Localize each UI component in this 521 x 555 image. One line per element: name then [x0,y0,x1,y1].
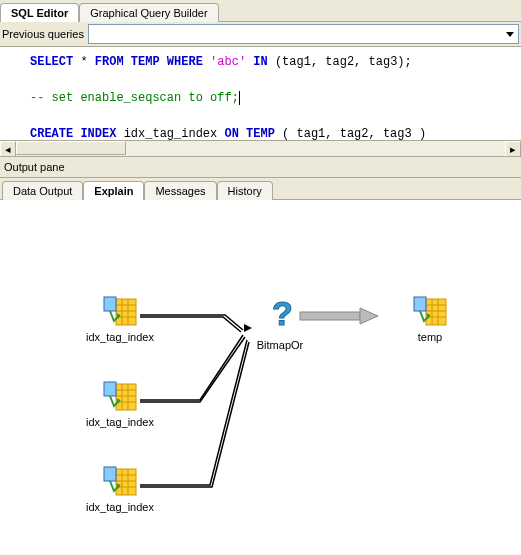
editor-tabs: SQL Editor Graphical Query Builder [0,0,521,22]
editor-hscrollbar[interactable]: ◂ ▸ [0,140,521,156]
table-icon [412,295,448,329]
svg-rect-11 [116,384,136,410]
tab-sql-editor[interactable]: SQL Editor [0,3,79,22]
svg-rect-17 [104,382,116,396]
svg-marker-2 [360,308,378,324]
output-pane-label: Output pane [0,157,521,178]
svg-text:?: ? [272,295,293,332]
explain-diagram: idx_tag_index idx_tag_index idx_tag_inde… [0,200,521,540]
svg-rect-19 [116,469,136,495]
svg-rect-25 [104,467,116,481]
scroll-right-button[interactable]: ▸ [505,141,521,157]
tab-explain[interactable]: Explain [83,181,144,200]
plan-node-idx3[interactable]: idx_tag_index [80,465,160,513]
tab-messages[interactable]: Messages [144,181,216,200]
scroll-thumb[interactable] [16,141,126,155]
plan-node-label: idx_tag_index [80,416,160,428]
index-scan-icon [102,295,138,329]
plan-node-bitmapor[interactable]: ? BitmapOr [240,295,320,351]
tab-graphical-builder[interactable]: Graphical Query Builder [79,3,218,22]
scroll-track[interactable] [16,141,505,156]
svg-rect-28 [426,299,446,325]
plan-node-label: BitmapOr [240,339,320,351]
svg-rect-34 [414,297,426,311]
plan-node-temp[interactable]: temp [390,295,470,343]
svg-rect-9 [104,297,116,311]
previous-queries-dropdown[interactable] [88,24,519,44]
bitmapor-icon: ? [262,295,298,337]
plan-node-label: temp [390,331,470,343]
plan-node-label: idx_tag_index [80,501,160,513]
plan-connectors [0,200,521,540]
tab-data-output[interactable]: Data Output [2,181,83,200]
plan-node-idx1[interactable]: idx_tag_index [80,295,160,343]
scroll-left-button[interactable]: ◂ [0,141,16,157]
svg-rect-3 [116,299,136,325]
plan-node-idx2[interactable]: idx_tag_index [80,380,160,428]
index-scan-icon [102,465,138,499]
sql-text[interactable]: SELECT * FROM TEMP WHERE 'abc' IN (tag1,… [0,47,521,149]
output-tabs: Data Output Explain Messages History [0,178,521,200]
tab-history[interactable]: History [217,181,273,200]
index-scan-icon [102,380,138,414]
sql-editor-area[interactable]: SELECT * FROM TEMP WHERE 'abc' IN (tag1,… [0,47,521,157]
previous-queries-label: Previous queries [2,28,84,40]
plan-node-label: idx_tag_index [80,331,160,343]
previous-queries-row: Previous queries [0,22,521,47]
